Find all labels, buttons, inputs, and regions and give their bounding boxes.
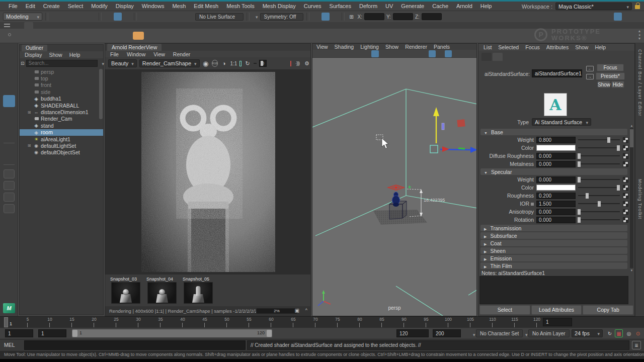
new-scene-icon[interactable]	[51, 13, 59, 21]
fill-hole-icon[interactable]	[215, 30, 225, 41]
chevron-down-icon[interactable]	[522, 331, 528, 337]
motion-blur-icon[interactable]	[421, 50, 428, 57]
search-input[interactable]	[26, 60, 98, 67]
step-forward-key-button[interactable]	[623, 318, 630, 326]
playhead[interactable]	[4, 317, 8, 327]
map-button[interactable]	[623, 201, 628, 207]
menu-item[interactable]: Generate	[397, 3, 428, 9]
menu-item[interactable]: Curves	[300, 3, 325, 9]
viewport-menu-item[interactable]: Renderer	[405, 44, 427, 50]
renderview-menu-item[interactable]: View	[153, 51, 165, 57]
map-button[interactable]	[623, 217, 628, 223]
scale-tool[interactable]	[3, 126, 15, 138]
mirror-icon[interactable]	[180, 30, 190, 41]
expand-toggle[interactable]: ⊞	[27, 143, 32, 148]
menu-item[interactable]: Mesh	[169, 3, 189, 9]
quad-draw-icon[interactable]	[296, 30, 306, 41]
platonic-solid-icon[interactable]	[98, 30, 108, 41]
time-reset-icon[interactable]	[157, 30, 167, 41]
outliner-item[interactable]: stand	[20, 122, 103, 129]
group-divider[interactable]	[45, 13, 48, 21]
attr-footer-button[interactable]: Select	[479, 305, 530, 315]
value-field[interactable]: 0.200	[536, 193, 576, 199]
collapsed-section-header[interactable]: Sheen	[480, 247, 627, 254]
viewport-menu-item[interactable]: Show	[385, 44, 398, 50]
x-input[interactable]	[364, 13, 384, 20]
outliner-persp-layout[interactable]	[4, 204, 15, 213]
shelf-tab[interactable]	[106, 22, 115, 29]
shelf-tab[interactable]	[51, 22, 60, 29]
value-field[interactable]: 0.000	[536, 161, 576, 167]
range-bar[interactable]: 1 120	[72, 329, 272, 337]
select-tool[interactable]	[3, 48, 15, 60]
snap-to-projected-center-icon[interactable]	[167, 13, 175, 21]
collapsed-section-header[interactable]: Coat	[480, 240, 627, 246]
slider[interactable]	[578, 203, 620, 204]
select-by-object-icon[interactable]	[114, 13, 122, 21]
menu-item[interactable]: Arnold	[453, 3, 476, 9]
make-live-icon[interactable]	[185, 13, 193, 21]
screen-space-ao-icon[interactable]	[412, 50, 419, 57]
outliner-item[interactable]: defaultObjectSet	[20, 149, 103, 156]
outliner-item[interactable]: side	[20, 88, 103, 95]
group-divider[interactable]	[99, 13, 102, 21]
viewport-menu-item[interactable]: Lighting	[360, 44, 379, 50]
menu-item[interactable]: Cache	[429, 3, 452, 9]
slider[interactable]	[578, 187, 620, 188]
go-to-end-button[interactable]	[630, 318, 637, 326]
viewport-menu-item[interactable]: Shading	[335, 44, 354, 50]
shelf-tab[interactable]	[24, 22, 33, 29]
attr-scrollbar[interactable]: ▲▼	[630, 128, 633, 268]
gamma-icon[interactable]	[469, 50, 476, 57]
range-end-handle[interactable]	[267, 330, 272, 337]
outliner-menu-item[interactable]: Help	[69, 52, 80, 58]
value-field[interactable]: 0.000	[536, 209, 576, 215]
select-by-hierarchy-icon[interactable]	[105, 13, 113, 21]
notes-box[interactable]	[479, 276, 628, 304]
snapshot-thumbnail[interactable]	[111, 282, 140, 304]
command-input[interactable]	[24, 340, 246, 350]
presets-button[interactable]: Presets*	[596, 72, 625, 80]
attr-menu-item[interactable]: Focus	[525, 44, 540, 50]
script-editor-icon[interactable]: ≣	[632, 341, 641, 349]
shelf-tab[interactable]	[78, 22, 88, 29]
slider[interactable]	[578, 211, 620, 212]
step-forward-frame-button[interactable]	[615, 318, 622, 326]
outliner-item[interactable]: aiAreaLight1	[20, 136, 103, 142]
outliner-item[interactable]: room	[20, 129, 103, 136]
shelf-scroll-arrows[interactable]: ▲■▼	[637, 29, 642, 42]
xray-icon[interactable]	[453, 50, 460, 57]
construction-history-icon[interactable]	[321, 13, 330, 21]
undo-icon[interactable]	[78, 13, 87, 21]
renderview-panel-tab[interactable]: Arnold RenderView	[107, 44, 162, 51]
group-divider[interactable]	[342, 13, 345, 21]
poly-cylinder-icon[interactable]	[40, 30, 50, 41]
collapse-chevron-icon[interactable]: ^	[305, 308, 307, 313]
attr-menu-item[interactable]: Selected	[498, 44, 519, 50]
focus-button[interactable]: Focus	[597, 64, 624, 71]
poly-sphere-icon[interactable]	[17, 30, 27, 41]
renderview-settings-icon[interactable]: ⚙	[303, 59, 310, 67]
value-field[interactable]: 0.000	[536, 153, 576, 159]
current-frame-field[interactable]	[543, 318, 572, 326]
outliner-item[interactable]: ⊞ distanceDimension1	[20, 109, 103, 115]
separate-icon[interactable]	[203, 30, 213, 41]
depth-of-field-icon[interactable]	[437, 50, 444, 57]
renderview-menu-item[interactable]: Window	[127, 51, 145, 57]
character-set-selector[interactable]: No Character Set	[476, 329, 523, 337]
renderview-menu-item[interactable]: Render	[173, 51, 190, 57]
bridge-icon[interactable]	[261, 30, 271, 41]
outliner-item[interactable]: ⊞ defaultLightSet	[20, 142, 103, 149]
map-button[interactable]	[623, 209, 628, 215]
shelf-tab[interactable]	[133, 22, 142, 29]
outliner-menu-item[interactable]: Display	[25, 52, 42, 58]
input-connection-icon[interactable]: ←	[586, 66, 594, 71]
shaded-icon[interactable]	[380, 50, 387, 57]
shelf-tab[interactable]	[69, 22, 78, 29]
highlight-selection-icon[interactable]	[596, 13, 604, 21]
redo-icon[interactable]	[88, 13, 96, 21]
poly-disc-icon[interactable]	[87, 30, 97, 41]
shelf-tab[interactable]	[97, 22, 106, 29]
loop-mode-icon[interactable]: ↻	[606, 329, 614, 337]
save-scene-icon[interactable]	[69, 13, 77, 21]
